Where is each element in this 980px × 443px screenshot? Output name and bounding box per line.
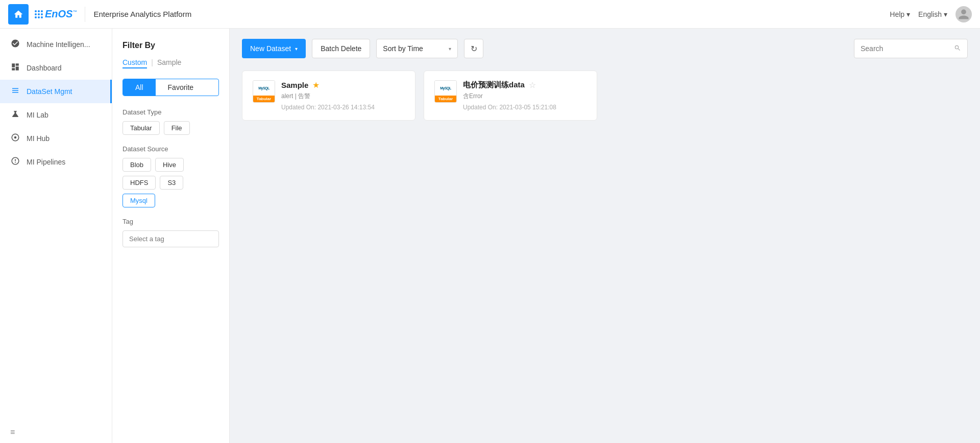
search-icon bbox=[954, 44, 961, 53]
dataset-updated: Updated On: 2021-03-05 15:21:08 bbox=[463, 104, 586, 111]
mi-pipelines-icon bbox=[10, 156, 20, 168]
sidebar-item-mi-lab[interactable]: MI Lab bbox=[0, 103, 112, 127]
sidebar-item-dataset-mgmt[interactable]: DataSet Mgmt bbox=[0, 80, 112, 103]
card-header: MySQL Tabular 电价预测训练data ☆ 含Error Update… bbox=[434, 80, 586, 111]
sidebar-item-mi-pipelines[interactable]: MI Pipelines bbox=[0, 150, 112, 174]
language-button[interactable]: English ▾ bbox=[918, 10, 947, 18]
help-chevron-icon: ▾ bbox=[906, 10, 910, 18]
home-button[interactable] bbox=[8, 4, 29, 25]
dataset-source-filters: Blob Hive HDFS S3 Mysql bbox=[122, 158, 219, 207]
logo-wordmark: EnOS™ bbox=[45, 8, 77, 20]
top-header: EnOS™ Enterprise Analytics Platform Help… bbox=[0, 0, 980, 29]
star-icon[interactable]: ☆ bbox=[529, 80, 536, 90]
main-layout: Machine Intelligen... Dashboard DataSet … bbox=[0, 29, 980, 443]
filter-tabs: Custom | Sample bbox=[122, 58, 219, 68]
sidebar-item-mi-hub[interactable]: MI Hub bbox=[0, 127, 112, 150]
dataset-updated: Updated On: 2021-03-26 14:13:54 bbox=[281, 104, 405, 111]
toolbar: New Dataset ▾ Batch Delete Sort by Time … bbox=[242, 39, 968, 58]
new-dataset-button[interactable]: New Dataset ▾ bbox=[242, 39, 306, 58]
sidebar-item-dashboard[interactable]: Dashboard bbox=[0, 56, 112, 80]
filter-tab-custom[interactable]: Custom bbox=[122, 58, 147, 68]
svg-point-1 bbox=[14, 136, 17, 139]
avatar[interactable] bbox=[955, 6, 972, 22]
machine-intelligence-icon bbox=[10, 39, 20, 50]
sort-chevron-icon: ▾ bbox=[449, 46, 451, 52]
dataset-card-sample[interactable]: MySQL Tabular Sample ★ alert | 告警 Update… bbox=[242, 71, 415, 121]
logo-dots bbox=[35, 10, 43, 18]
sidebar-item-label: DataSet Mgmt bbox=[27, 87, 72, 96]
sidebar: Machine Intelligen... Dashboard DataSet … bbox=[0, 29, 112, 443]
dataset-icon-sample: MySQL Tabular bbox=[253, 80, 275, 103]
view-toggle: All Favorite bbox=[122, 79, 219, 96]
dataset-icon-dianjiayucexunlian: MySQL Tabular bbox=[434, 80, 457, 103]
sidebar-item-label: MI Pipelines bbox=[27, 158, 65, 166]
tag-input[interactable] bbox=[122, 230, 219, 247]
filter-mysql[interactable]: Mysql bbox=[122, 194, 155, 207]
dataset-source-label: Dataset Source bbox=[122, 145, 219, 153]
dataset-card-dianjiayucexunlian[interactable]: MySQL Tabular 电价预测训练data ☆ 含Error Update… bbox=[424, 71, 597, 121]
content-area: Filter By Custom | Sample All Favorite D… bbox=[112, 29, 980, 443]
help-button[interactable]: Help ▾ bbox=[890, 10, 910, 18]
enos-logo: EnOS™ bbox=[35, 8, 77, 20]
filter-title: Filter By bbox=[122, 41, 219, 50]
dataset-type-label: Dataset Type bbox=[122, 108, 219, 116]
search-input[interactable] bbox=[861, 44, 950, 53]
refresh-button[interactable]: ↻ bbox=[464, 39, 483, 58]
dataset-grid: MySQL Tabular Sample ★ alert | 告警 Update… bbox=[242, 71, 968, 121]
mi-hub-icon bbox=[10, 133, 20, 144]
sidebar-item-label: MI Hub bbox=[27, 134, 50, 143]
dataset-type-filters: Tabular File bbox=[122, 121, 219, 135]
sidebar-item-label: Dashboard bbox=[27, 64, 62, 72]
lang-chevron-icon: ▾ bbox=[944, 10, 947, 18]
header-divider bbox=[85, 7, 85, 22]
dataset-name: Sample bbox=[281, 81, 308, 89]
filter-blob[interactable]: Blob bbox=[122, 158, 151, 172]
sort-dropdown[interactable]: Sort by Time ▾ bbox=[376, 39, 458, 58]
collapse-icon: ≡ bbox=[10, 428, 15, 436]
batch-delete-button[interactable]: Batch Delete bbox=[312, 39, 370, 58]
card-header: MySQL Tabular Sample ★ alert | 告警 Update… bbox=[253, 80, 405, 111]
filter-hive[interactable]: Hive bbox=[155, 158, 184, 172]
dataset-tags: 含Error bbox=[463, 92, 586, 101]
filter-tabular[interactable]: Tabular bbox=[122, 121, 160, 135]
dataset-name: 电价预测训练data bbox=[463, 80, 525, 90]
filter-tab-sample[interactable]: Sample bbox=[157, 58, 181, 68]
dataset-tags: alert | 告警 bbox=[281, 92, 405, 101]
sidebar-item-machine-intelligence[interactable]: Machine Intelligen... bbox=[0, 33, 112, 56]
sidebar-item-label: Machine Intelligen... bbox=[27, 40, 90, 49]
filter-file[interactable]: File bbox=[164, 121, 190, 135]
star-icon[interactable]: ★ bbox=[312, 80, 320, 90]
view-favorite-button[interactable]: Favorite bbox=[156, 79, 206, 96]
dataset-mgmt-icon bbox=[10, 86, 20, 97]
sidebar-collapse-button[interactable]: ≡ bbox=[0, 422, 112, 443]
refresh-icon: ↻ bbox=[471, 44, 477, 54]
view-all-button[interactable]: All bbox=[123, 79, 156, 96]
dataset-main: New Dataset ▾ Batch Delete Sort by Time … bbox=[230, 29, 980, 443]
filter-panel: Filter By Custom | Sample All Favorite D… bbox=[112, 29, 230, 443]
new-dataset-chevron-icon: ▾ bbox=[295, 46, 298, 52]
platform-title: Enterprise Analytics Platform bbox=[93, 10, 191, 18]
filter-s3[interactable]: S3 bbox=[160, 176, 183, 190]
search-box bbox=[854, 39, 968, 58]
sidebar-item-label: MI Lab bbox=[27, 111, 48, 119]
mi-lab-icon bbox=[10, 109, 20, 121]
dashboard-icon bbox=[10, 62, 20, 74]
filter-hdfs[interactable]: HDFS bbox=[122, 176, 156, 190]
header-right: Help ▾ English ▾ bbox=[890, 6, 972, 22]
tag-label: Tag bbox=[122, 218, 219, 225]
